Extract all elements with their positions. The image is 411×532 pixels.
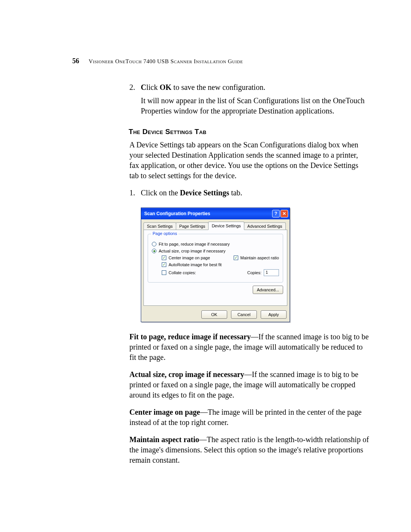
tab-scan-settings[interactable]: Scan Settings xyxy=(143,222,176,230)
group-legend: Page options xyxy=(151,231,178,236)
page-number: 56 xyxy=(72,57,79,65)
def-fit-term: Fit to page, reduce image if necessary xyxy=(129,332,251,341)
header-title: Visioneer OneTouch 7400 USB Scanner Inst… xyxy=(89,58,243,65)
checkbox-aspect-label: Maintain aspect ratio xyxy=(241,256,279,260)
apply-button[interactable]: Apply xyxy=(261,310,287,319)
checkbox-autorotate[interactable] xyxy=(162,262,166,267)
step1-bold: Device Settings xyxy=(180,189,229,197)
dialog-figure: Scan Configuration Properties ? ✕ Scan S… xyxy=(141,208,369,322)
section-intro: A Device Settings tab appears on the Sca… xyxy=(129,140,369,181)
step1-post: tab. xyxy=(229,189,242,197)
tabs-row: Scan Settings Page Settings Device Setti… xyxy=(141,219,290,230)
titlebar: Scan Configuration Properties ? ✕ xyxy=(141,208,290,219)
dialog-buttons: OK Cancel Apply xyxy=(141,308,290,322)
tab-device-settings[interactable]: Device Settings xyxy=(208,222,244,230)
advanced-button[interactable]: Advanced... xyxy=(253,286,283,294)
step2-paragraph: It will now appear in the list of Scan C… xyxy=(141,96,369,116)
def-center-term: Center image on page xyxy=(129,408,200,416)
checkbox-autorotate-label: AutoRotate image for best fit xyxy=(169,262,221,267)
def-center: Center image on page—The image will be p… xyxy=(129,407,369,428)
copies-input[interactable]: 1 xyxy=(264,269,279,276)
step2-letter: C xyxy=(141,83,146,91)
def-fit: Fit to page, reduce image if necessary—I… xyxy=(129,332,369,363)
radio-fit-row[interactable]: Fit to page, reduce image if necessary xyxy=(152,242,279,246)
checkbox-aspect[interactable] xyxy=(234,256,238,260)
scan-config-dialog: Scan Configuration Properties ? ✕ Scan S… xyxy=(141,208,290,322)
def-aspect-term: Maintain aspect ratio xyxy=(129,435,199,444)
checkbox-center[interactable] xyxy=(162,256,166,260)
step-number: 2. xyxy=(129,82,141,116)
help-button[interactable]: ? xyxy=(272,210,280,217)
step2-post: to save the new configuration. xyxy=(172,83,266,91)
checkbox-center-label: Center image on page xyxy=(169,256,210,260)
step-number: 1. xyxy=(129,188,141,198)
checkbox-collate[interactable] xyxy=(162,270,166,275)
step1-pre: Click on the xyxy=(141,189,180,197)
ok-button[interactable]: OK xyxy=(201,310,227,319)
radio-icon[interactable] xyxy=(152,242,156,246)
def-aspect: Maintain aspect ratio—The aspect ratio i… xyxy=(129,435,369,465)
page-header: 56 Visioneer OneTouch 7400 USB Scanner I… xyxy=(72,57,369,65)
tab-page-settings[interactable]: Page Settings xyxy=(176,222,209,230)
tab-panel: Page options Fit to page, reduce image i… xyxy=(143,230,287,306)
page-options-group: Page options Fit to page, reduce image i… xyxy=(148,234,283,283)
radio-icon[interactable] xyxy=(152,249,156,253)
radio-actual-row[interactable]: Actual size, crop image if necessary xyxy=(152,249,279,253)
def-actual-term: Actual size, crop image if necessary xyxy=(129,370,244,379)
close-button[interactable]: ✕ xyxy=(280,210,288,217)
step2-pre: lick xyxy=(146,83,159,91)
document-page: 56 Visioneer OneTouch 7400 USB Scanner I… xyxy=(0,0,411,510)
step2-bold: OK xyxy=(159,83,171,91)
dialog-title: Scan Configuration Properties xyxy=(144,211,271,216)
step-1: 1. Click on the Device Settings tab. xyxy=(129,188,369,198)
def-actual: Actual size, crop image if necessary—If … xyxy=(129,369,369,400)
checkbox-collate-label: Collate copies: xyxy=(169,270,196,275)
radio-fit-label: Fit to page, reduce image if necessary xyxy=(159,242,229,246)
step-2: 2. Click OK to save the new configuratio… xyxy=(129,82,369,116)
cancel-button[interactable]: Cancel xyxy=(231,310,257,319)
section-heading: The Device Settings Tab xyxy=(129,128,369,136)
radio-actual-label: Actual size, crop image if necessary xyxy=(159,249,225,253)
tab-advanced-settings[interactable]: Advanced Settings xyxy=(244,222,286,230)
copies-label: Copies: xyxy=(247,270,261,275)
